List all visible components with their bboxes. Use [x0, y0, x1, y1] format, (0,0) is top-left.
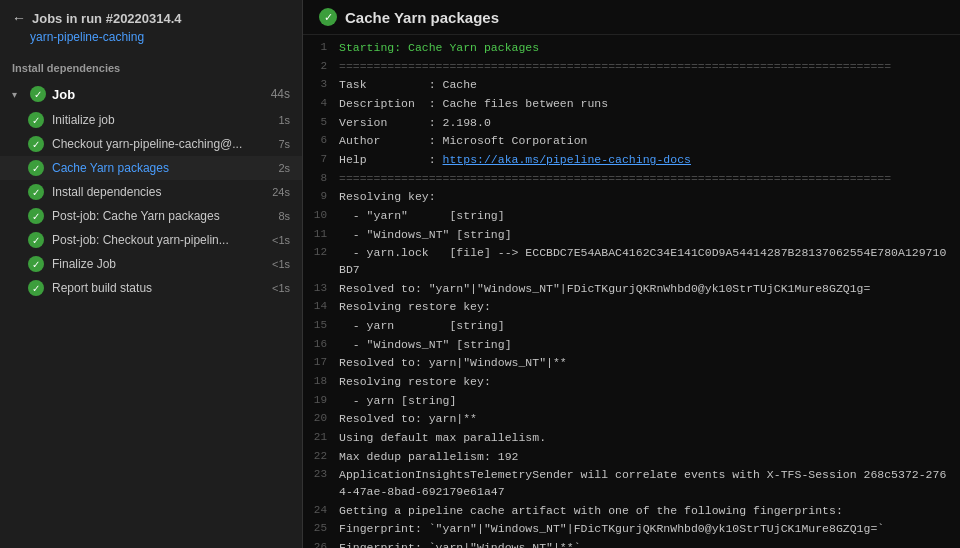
line-number: 25 — [303, 521, 339, 537]
line-text: Resolving restore key: — [339, 374, 952, 391]
log-line: 14Resolving restore key: — [303, 298, 960, 317]
log-line: 15 - yarn [string] — [303, 317, 960, 336]
log-line: 2=======================================… — [303, 58, 960, 77]
line-text: Starting: Cache Yarn packages — [339, 40, 952, 57]
log-status-icon: ✓ — [319, 8, 337, 26]
line-number: 24 — [303, 503, 339, 519]
log-line: 6Author : Microsoft Corporation — [303, 132, 960, 151]
log-line: 17Resolved to: yarn|"Windows_NT"|** — [303, 354, 960, 373]
line-text: - yarn.lock [file] --> ECCBDC7E54ABAC416… — [339, 245, 952, 278]
section-label: Install dependencies — [0, 54, 302, 80]
line-text: ========================================… — [339, 59, 952, 76]
log-content[interactable]: 1Starting: Cache Yarn packages2=========… — [303, 35, 960, 548]
log-line: 20Resolved to: yarn|** — [303, 410, 960, 429]
line-text: Version : 2.198.0 — [339, 115, 952, 132]
log-line: 7Help : https://aka.ms/pipeline-caching-… — [303, 151, 960, 170]
log-title: Cache Yarn packages — [345, 9, 499, 26]
line-text: Fingerprint: `yarn|"Windows_NT"|**` — [339, 540, 952, 548]
line-text: Using default max parallelism. — [339, 430, 952, 447]
line-text: - "yarn" [string] — [339, 208, 952, 225]
step-row[interactable]: ✓Finalize Job<1s — [0, 252, 302, 276]
line-text: - "Windows_NT" [string] — [339, 227, 952, 244]
left-panel: ← Jobs in run #20220314.4 yarn-pipeline-… — [0, 0, 303, 548]
line-number: 14 — [303, 299, 339, 315]
line-text: - yarn [string] — [339, 318, 952, 335]
step-status-icon: ✓ — [28, 112, 44, 128]
line-number: 19 — [303, 393, 339, 409]
step-duration: <1s — [272, 282, 290, 294]
step-duration: <1s — [272, 234, 290, 246]
step-duration: 24s — [272, 186, 290, 198]
step-row[interactable]: ✓Post-job: Cache Yarn packages8s — [0, 204, 302, 228]
run-title: Jobs in run #20220314.4 — [32, 11, 182, 26]
line-number: 26 — [303, 540, 339, 548]
step-duration: <1s — [272, 258, 290, 270]
step-status-icon: ✓ — [28, 184, 44, 200]
log-line: 11 - "Windows_NT" [string] — [303, 226, 960, 245]
job-duration: 44s — [271, 87, 290, 101]
step-row[interactable]: ✓Install dependencies24s — [0, 180, 302, 204]
line-number: 23 — [303, 467, 339, 483]
help-link[interactable]: https://aka.ms/pipeline-caching-docs — [443, 153, 691, 166]
line-number: 11 — [303, 227, 339, 243]
line-number: 18 — [303, 374, 339, 390]
step-label: Report build status — [52, 281, 264, 295]
line-number: 3 — [303, 77, 339, 93]
line-text: Help : https://aka.ms/pipeline-caching-d… — [339, 152, 952, 169]
log-line: 24Getting a pipeline cache artifact with… — [303, 502, 960, 521]
log-line: 9Resolving key: — [303, 188, 960, 207]
step-row[interactable]: ✓Cache Yarn packages2s — [0, 156, 302, 180]
line-number: 6 — [303, 133, 339, 149]
log-line: 25Fingerprint: `"yarn"|"Windows_NT"|FDic… — [303, 520, 960, 539]
step-duration: 8s — [278, 210, 290, 222]
log-line: 13Resolved to: "yarn"|"Windows_NT"|FDicT… — [303, 280, 960, 299]
step-status-icon: ✓ — [28, 280, 44, 296]
line-number: 4 — [303, 96, 339, 112]
line-text: Resolved to: "yarn"|"Windows_NT"|FDicTKg… — [339, 281, 952, 298]
log-line: 1Starting: Cache Yarn packages — [303, 39, 960, 58]
line-number: 22 — [303, 449, 339, 465]
line-text: - yarn [string] — [339, 393, 952, 410]
step-row[interactable]: ✓Checkout yarn-pipeline-caching@...7s — [0, 132, 302, 156]
log-line: 26Fingerprint: `yarn|"Windows_NT"|**` — [303, 539, 960, 548]
line-text: Resolving key: — [339, 189, 952, 206]
back-nav[interactable]: ← Jobs in run #20220314.4 — [0, 0, 302, 30]
step-row[interactable]: ✓Post-job: Checkout yarn-pipelin...<1s — [0, 228, 302, 252]
line-text: Getting a pipeline cache artifact with o… — [339, 503, 952, 520]
right-panel: ✓ Cache Yarn packages 1Starting: Cache Y… — [303, 0, 960, 548]
step-duration: 2s — [278, 162, 290, 174]
log-header: ✓ Cache Yarn packages — [303, 0, 960, 35]
step-row[interactable]: ✓Report build status<1s — [0, 276, 302, 300]
line-text: Resolved to: yarn|"Windows_NT"|** — [339, 355, 952, 372]
log-line: 8=======================================… — [303, 170, 960, 189]
log-lines: 1Starting: Cache Yarn packages2=========… — [303, 39, 960, 548]
line-text: Fingerprint: `"yarn"|"Windows_NT"|FDicTK… — [339, 521, 952, 538]
step-status-icon: ✓ — [28, 160, 44, 176]
line-text: Resolved to: yarn|** — [339, 411, 952, 428]
line-text: Description : Cache files between runs — [339, 96, 952, 113]
line-text: ========================================… — [339, 171, 952, 188]
step-label: Post-job: Checkout yarn-pipelin... — [52, 233, 264, 247]
line-number: 1 — [303, 40, 339, 56]
log-line: 12 - yarn.lock [file] --> ECCBDC7E54ABAC… — [303, 244, 960, 279]
step-row[interactable]: ✓Initialize job1s — [0, 108, 302, 132]
line-text: ApplicationInsightsTelemetrySender will … — [339, 467, 952, 500]
steps-list: ✓Initialize job1s✓Checkout yarn-pipeline… — [0, 108, 302, 300]
chevron-down-icon: ▾ — [12, 89, 24, 100]
log-line: 16 - "Windows_NT" [string] — [303, 336, 960, 355]
log-line: 5Version : 2.198.0 — [303, 114, 960, 133]
job-row[interactable]: ▾ ✓ Job 44s — [0, 80, 302, 108]
pipeline-link[interactable]: yarn-pipeline-caching — [0, 30, 302, 54]
line-number: 21 — [303, 430, 339, 446]
log-line: 21Using default max parallelism. — [303, 429, 960, 448]
log-line: 19 - yarn [string] — [303, 392, 960, 411]
step-label: Initialize job — [52, 113, 270, 127]
line-number: 10 — [303, 208, 339, 224]
line-number: 16 — [303, 337, 339, 353]
log-line: 3Task : Cache — [303, 76, 960, 95]
log-line: 23ApplicationInsightsTelemetrySender wil… — [303, 466, 960, 501]
step-duration: 7s — [278, 138, 290, 150]
line-number: 7 — [303, 152, 339, 168]
step-status-icon: ✓ — [28, 256, 44, 272]
line-text: - "Windows_NT" [string] — [339, 337, 952, 354]
